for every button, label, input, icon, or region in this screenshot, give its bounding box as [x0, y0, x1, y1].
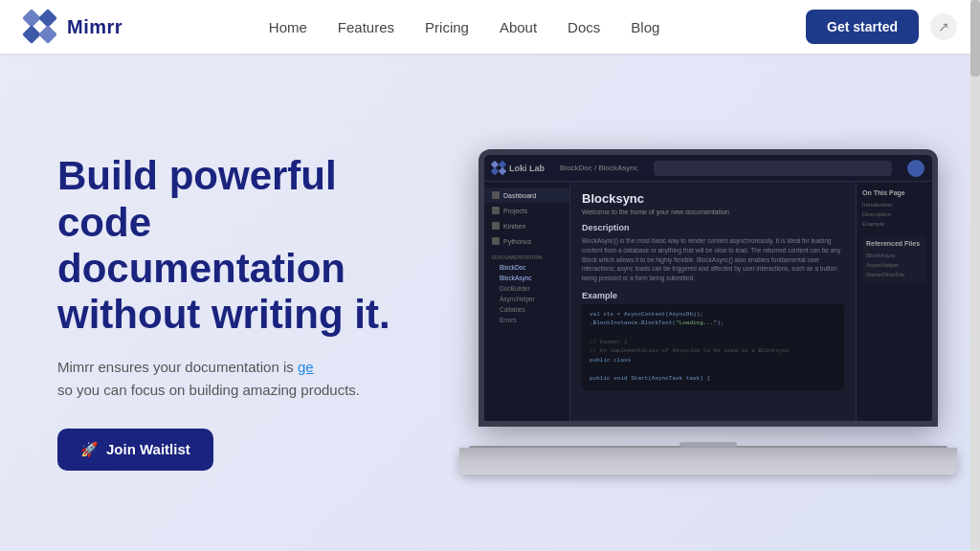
laptop: Loki Lab BlockDoc / BlockAsync Dashboard [459, 149, 957, 474]
hero-subtitle-before: Mimrr ensures your documentation is [57, 359, 298, 375]
sidebar-kiniben[interactable]: Kiniben [484, 218, 569, 233]
pythonus-icon [492, 237, 500, 245]
code-line-3 [590, 328, 836, 338]
hero-subtitle: Mimrr ensures your documentation is ge s… [57, 356, 440, 402]
code-line-9 [590, 384, 836, 390]
right-panel-item-2[interactable]: Description [862, 209, 926, 219]
laptop-screen: Loki Lab BlockDoc / BlockAsync Dashboard [479, 149, 938, 427]
join-waitlist-button[interactable]: 🚀 Join Waitlist [57, 429, 213, 471]
scrollbar-thumb[interactable] [970, 0, 980, 77]
sidebar-doc-asynchelper[interactable]: AsyncHelper [484, 294, 569, 304]
ref-files-box: Referenced Files BlockAsync AsyncHelper … [862, 236, 926, 283]
right-panel-title: On This Page [862, 189, 926, 196]
sidebar-projects-label: Projects [503, 208, 527, 214]
dashboard-icon [492, 191, 500, 199]
nav-features[interactable]: Features [338, 19, 394, 35]
ref-item-3[interactable]: SomeOtherFile [866, 270, 923, 279]
nav-home[interactable]: Home [269, 19, 307, 35]
app-body: Dashboard Projects Kiniben [484, 182, 932, 421]
sidebar-doc-docbuilder[interactable]: DocBuilder [484, 283, 569, 294]
sidebar-doc-callables[interactable]: Callables [484, 304, 569, 315]
hero-title: Build powerful code documentation withou… [57, 153, 440, 338]
code-line-7 [590, 364, 836, 374]
sidebar-pythonus-label: Pythonus [503, 238, 531, 245]
sidebar-dashboard[interactable]: Dashboard [484, 187, 569, 203]
get-started-button[interactable]: Get started [806, 10, 919, 44]
navbar-logo-area: Mimrr [23, 10, 122, 44]
code-line-2: .BlockInstance.BlockText("Loading..."); [590, 319, 836, 328]
navbar: Mimrr Home Features Pricing About Docs B… [0, 0, 980, 54]
example-title: Example [582, 291, 844, 300]
app-right-panel: On This Page Introduction Description Ex… [856, 182, 932, 421]
app-screen: Loki Lab BlockDoc / BlockAsync Dashboard [484, 155, 932, 421]
logo-text: Mimrr [67, 16, 122, 38]
kiniben-icon [492, 222, 500, 230]
hero-text-area: Build powerful code documentation withou… [57, 153, 440, 470]
laptop-base [459, 448, 957, 474]
app-search-bar[interactable] [654, 161, 892, 176]
join-waitlist-label: Join Waitlist [106, 441, 190, 457]
sidebar-doc-blockdoc[interactable]: BlockDoc [484, 262, 569, 273]
navbar-nav: Home Features Pricing About Docs Blog [269, 19, 660, 35]
sidebar-pythonus[interactable]: Pythonus [484, 233, 569, 249]
sidebar-doc-section: Documentation [484, 249, 569, 262]
app-breadcrumb: BlockDoc / BlockAsync [560, 164, 638, 172]
code-line-6: public class [590, 356, 836, 365]
nav-about[interactable]: About [500, 19, 537, 35]
app-logo: Loki Lab [492, 162, 545, 175]
main-title: Blocksync [582, 191, 844, 206]
desc-title: Description [582, 223, 844, 232]
code-line-1: val ctx = AsyncContext(AsyncObj); [590, 310, 836, 320]
sidebar-doc-blockasync[interactable]: BlockAsync [484, 273, 569, 283]
desc-text: BlockAsync() is the most basic way to re… [582, 236, 844, 283]
app-topbar: Loki Lab BlockDoc / BlockAsync [484, 155, 932, 182]
scrollbar[interactable] [970, 0, 980, 551]
code-line-5: // An implementation of AsyncJob to be u… [590, 346, 836, 356]
navbar-right: Get started ↗ [806, 10, 957, 44]
projects-icon [492, 207, 500, 214]
app-logo-diamonds [492, 162, 505, 175]
main-subtitle: Welcome to the home of your new document… [582, 209, 844, 215]
nav-docs[interactable]: Docs [568, 19, 600, 35]
hero-subtitle-highlight: ge [298, 359, 314, 375]
hero-subtitle-after: so you can focus on building amazing pro… [57, 382, 360, 398]
app-avatar [907, 160, 924, 177]
scroll-indicator: ↗ [930, 13, 957, 40]
sidebar-kiniben-label: Kiniben [503, 223, 525, 230]
code-line-8: public void Start(AsyncTask task) { [590, 374, 836, 384]
logo-icon [23, 10, 57, 44]
right-panel-item-1[interactable]: Introduction [862, 200, 926, 209]
app-brand: Loki Lab [509, 164, 545, 173]
logo-diamonds [25, 11, 56, 42]
app-main-content: Blocksync Welcome to the home of your ne… [570, 182, 856, 421]
nav-blog[interactable]: Blog [631, 19, 659, 35]
ref-item-1[interactable]: BlockAsync [866, 251, 923, 260]
code-line-4: // header 1 [590, 338, 836, 347]
ref-item-2[interactable]: AsyncHelper [866, 260, 923, 270]
app-sidebar: Dashboard Projects Kiniben [484, 182, 570, 421]
right-panel-item-3[interactable]: Example [862, 219, 926, 229]
diamond-4 [38, 25, 57, 44]
sidebar-doc-errors[interactable]: Errors [484, 315, 569, 325]
ref-panel-title: Referenced Files [866, 240, 923, 247]
sidebar-dashboard-label: Dashboard [503, 192, 536, 199]
app-diamond-4 [498, 167, 505, 175]
hero-section: Build powerful code documentation withou… [0, 54, 980, 551]
sidebar-projects[interactable]: Projects [484, 203, 569, 218]
hero-visual: Loki Lab BlockDoc / BlockAsync Dashboard [440, 149, 957, 474]
rocket-icon: 🚀 [80, 441, 99, 458]
nav-pricing[interactable]: Pricing [425, 19, 469, 35]
code-block: val ctx = AsyncContext(AsyncObj); .Block… [582, 304, 844, 390]
